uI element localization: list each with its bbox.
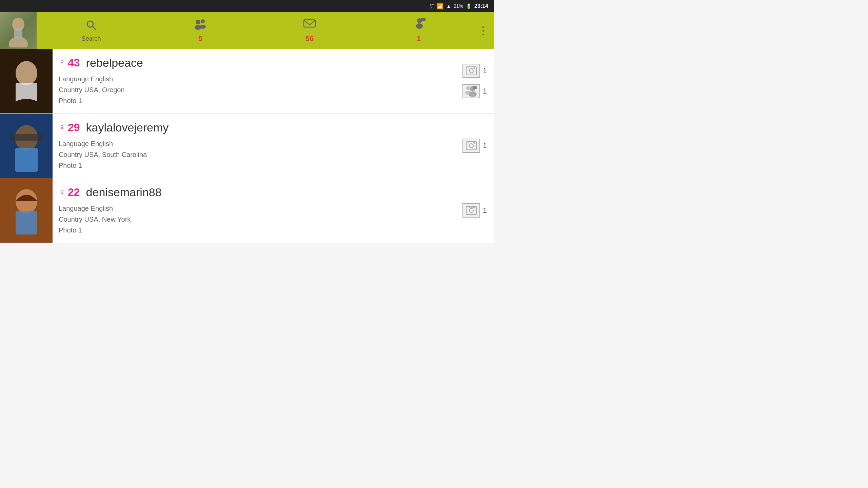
search-label: Search (81, 35, 101, 42)
svg-rect-9 (304, 20, 315, 27)
svg-point-21 (474, 67, 475, 69)
photo-count: 1 (483, 66, 487, 75)
svg-point-8 (200, 25, 206, 29)
notification-icon (412, 18, 426, 33)
photo-count: 1 (483, 141, 487, 150)
gender-icon: ♀ (59, 187, 66, 198)
battery-icon: 🔋 (466, 3, 472, 9)
user-photo-count: Photo 1 (59, 225, 450, 236)
nav-items: Search 5 56 (37, 12, 473, 49)
photo-icon-box (462, 203, 480, 218)
svg-point-33 (469, 144, 473, 148)
nav-search[interactable]: Search (37, 19, 146, 42)
svg-point-16 (16, 61, 37, 85)
svg-rect-37 (16, 211, 37, 235)
user-info: ♀ 29 kaylalovejeremy Language English Co… (53, 114, 456, 178)
user-item[interactable]: ♀ 29 kaylalovejeremy Language English Co… (0, 114, 494, 178)
user-item[interactable]: ♀ 43 rebelpeace Language English Country… (0, 49, 494, 114)
photo-icon-box (462, 64, 480, 78)
svg-point-24 (466, 86, 470, 90)
svg-rect-12 (418, 19, 421, 22)
user-name-row: ♀ 22 denisemarin88 (59, 186, 450, 199)
user-info: ♀ 43 rebelpeace Language English Country… (53, 49, 456, 113)
svg-point-25 (465, 91, 471, 95)
user-photo (0, 114, 53, 178)
nav-messages[interactable]: 56 (255, 18, 364, 43)
user-photo (0, 49, 53, 113)
user-country: Country USA, New York (59, 214, 450, 225)
user-language: Language English (59, 203, 450, 214)
photo-icon-box (462, 139, 480, 153)
more-icon: ⋮ (478, 25, 489, 36)
messages-icon (303, 18, 316, 33)
svg-point-18 (13, 99, 40, 113)
svg-point-40 (474, 207, 475, 208)
user-actions: 1 (456, 114, 494, 178)
nav-friends[interactable]: 5 (146, 18, 255, 43)
user-name-row: ♀ 29 kaylalovejeremy (59, 121, 450, 134)
nav-notifications[interactable]: 1 (364, 18, 473, 43)
user-info: ♀ 22 denisemarin88 Language English Coun… (53, 178, 456, 243)
friends-icon (193, 18, 208, 33)
wifi-icon: 📶 (437, 3, 443, 9)
user-country: Country USA, South Carolina (59, 149, 450, 160)
search-icon (85, 19, 97, 34)
nav-avatar-image (0, 12, 37, 49)
top-nav: Search 5 56 (0, 12, 494, 49)
user-name-row: ♀ 43 rebelpeace (59, 56, 450, 69)
photo-action[interactable]: 1 (462, 203, 487, 218)
bluetooth-icon: ℱ (430, 3, 434, 9)
svg-point-5 (196, 20, 200, 24)
comment-count: 1 (483, 87, 487, 96)
username: kaylalovejeremy (86, 121, 169, 134)
user-language: Language English (59, 74, 450, 84)
user-list: ♀ 43 rebelpeace Language English Country… (0, 49, 494, 243)
svg-point-7 (201, 19, 205, 23)
comment-icon-box (462, 84, 480, 98)
svg-rect-2 (14, 28, 22, 38)
svg-rect-31 (10, 134, 43, 141)
svg-point-11 (416, 23, 423, 29)
clock: 23:14 (474, 3, 488, 9)
svg-point-34 (474, 142, 475, 144)
nav-avatar[interactable] (0, 12, 37, 49)
user-item[interactable]: ♀ 22 denisemarin88 Language English Coun… (0, 178, 494, 243)
photo-action[interactable]: 1 (462, 139, 487, 153)
comment-action[interactable]: 1 (462, 84, 487, 98)
username: rebelpeace (86, 56, 143, 69)
user-actions: 1 (456, 178, 494, 243)
status-icons: ℱ 📶 ▲ 21% 🔋 23:14 (430, 3, 488, 9)
user-age: 22 (68, 186, 80, 199)
battery-text: 21% (454, 3, 463, 9)
svg-line-4 (93, 26, 96, 30)
user-language: Language English (59, 138, 450, 149)
user-age: 29 (68, 121, 80, 134)
signal-icon: ▲ (446, 3, 451, 9)
svg-rect-30 (15, 148, 38, 172)
photo-count: 1 (483, 206, 487, 215)
user-country: Country USA, Oregon (59, 84, 450, 95)
status-bar: ℱ 📶 ▲ 21% 🔋 23:14 (0, 0, 494, 12)
messages-count: 56 (305, 34, 314, 43)
username: denisemarin88 (86, 186, 162, 199)
user-photo (0, 178, 53, 243)
gender-icon: ♀ (59, 122, 66, 133)
notifications-count: 1 (417, 34, 421, 43)
photo-action[interactable]: 1 (462, 64, 487, 78)
svg-point-20 (469, 69, 473, 73)
nav-more-button[interactable]: ⋮ (473, 25, 494, 36)
friends-count: 5 (198, 34, 202, 43)
svg-point-39 (469, 208, 473, 212)
user-photo-count: Photo 1 (59, 95, 450, 106)
user-photo-count: Photo 1 (59, 160, 450, 171)
user-actions: 1 1 (456, 49, 494, 113)
user-age: 43 (68, 57, 80, 69)
gender-icon: ♀ (59, 57, 66, 68)
svg-point-1 (9, 37, 28, 47)
